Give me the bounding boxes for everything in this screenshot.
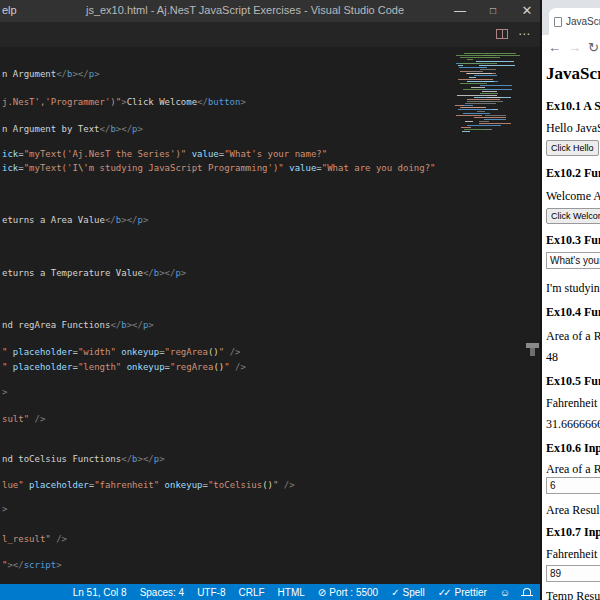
minimap[interactable] [452,53,528,135]
code-token: "What are you doing?" [322,163,436,173]
minimap-line [480,85,512,86]
code-line[interactable]: > [2,386,7,398]
status-item-spell[interactable]: ✓Spell [391,587,425,598]
code-token: m studying JavaScript Programming')" [89,163,284,173]
code-line[interactable]: ick="myText('Aj.NesT the Series')" value… [2,148,327,160]
code-token: nd toCelsius Functions [2,454,121,464]
code-token: </ [13,560,24,570]
code-line[interactable]: n Argument</b></p> [2,68,100,80]
minimap-line [480,93,498,94]
code-token: button [208,97,241,107]
status-bar: Ln 51, Col 8Spaces: 4UTF-8CRLFHTML⊘Port … [0,584,540,600]
page-input[interactable] [546,565,600,582]
code-token: > [138,124,143,134]
browser-page: JavaScript ExercisesEx10.1 A Simple Func… [542,60,600,600]
code-token: value [289,163,316,173]
code-token: ></ [116,124,132,134]
status-item-eol[interactable]: CRLF [238,587,264,598]
close-button[interactable]: ✕ [512,0,542,22]
code-line[interactable]: " placeholder="length" onkeyup="regArea(… [2,361,246,373]
minimap-line [484,119,506,120]
minimap-line [480,69,496,70]
maximize-button[interactable]: □ [478,0,508,22]
code-line[interactable]: ick="myText('I\'m studying JavaScript Pr… [2,162,436,174]
code-line[interactable]: eturns a Temperature Value</b></p> [2,267,186,279]
code-token: </ [105,215,116,225]
code-token: ></ [121,215,137,225]
code-token: sult" [2,414,29,424]
back-icon[interactable]: ← [548,40,561,55]
reload-icon[interactable]: ↻ [588,40,599,55]
section-heading: Ex10.3 Function with Argument by Text [546,233,600,248]
code-line[interactable]: sult" /> [2,413,45,425]
code-line[interactable]: > [2,503,7,515]
browser-tab[interactable]: JavaScript Exercises [549,8,600,35]
code-line[interactable]: l_result" /> [2,533,67,545]
code-token: onkeyup [127,362,165,372]
minimap-line [460,83,487,84]
code-token: () [213,362,224,372]
vscode-window: elp js_ex10.html - Aj.NesT JavaScript Ex… [0,0,540,600]
page-button[interactable]: Click Welcome [546,208,600,224]
status-item-live-server-port[interactable]: ⊘Port : 5500 [318,587,378,598]
code-token: "myText('I [24,163,78,173]
minimize-button[interactable]: — [445,0,475,22]
code-token: > [2,387,7,397]
status-item-notifications[interactable] [523,589,531,595]
page-input[interactable] [546,252,600,269]
minimap-line [465,103,496,104]
minimap-line [458,65,463,66]
page-button[interactable]: Click Hello [546,140,599,156]
code-token: ick [2,149,18,159]
minimap-line [467,101,493,102]
status-item-feedback[interactable]: ☺ [500,587,510,598]
overview-ruler-marker-stem [530,348,535,356]
page-title: JavaScript Exercises [546,64,600,84]
code-token: </ [56,69,67,79]
code-editor[interactable]: n Argument</b></p>j.NesT','Programmer')"… [0,47,540,584]
code-token: /> [230,362,246,372]
minimap-line [471,87,485,88]
section-heading: Ex10.5 Function Returns a Temperature Va… [546,374,600,389]
page-text: Fahrenheit to Celsius [546,396,600,411]
code-token: placeholder [13,362,73,372]
code-line[interactable]: " placeholder="width" onkeyup="regArea()… [2,346,240,358]
minimap-line [462,131,470,132]
minimap-line [456,115,482,116]
minimap-line [487,53,516,54]
code-token: > [2,504,7,514]
menu-help-partial[interactable]: elp [2,4,17,16]
code-token: > [159,454,164,464]
forward-icon[interactable]: → [568,40,581,55]
code-token: ></ [127,320,143,330]
status-item-prettier[interactable]: ✓✓Prettier [438,587,487,598]
code-line[interactable]: "></script> [2,559,62,571]
titlebar: elp js_ex10.html - Aj.NesT JavaScript Ex… [0,0,540,22]
code-line[interactable]: eturns a Area Value</b></p> [2,214,148,226]
minimap-line [474,75,497,76]
code-token: ></ [159,268,175,278]
more-actions-icon[interactable]: ⋯ [518,29,530,39]
code-token: () [262,480,273,490]
status-item-label: HTML [278,587,305,598]
status-item-encoding[interactable]: UTF-8 [197,587,225,598]
code-token: Click Welcome [127,97,197,107]
code-line[interactable]: j.NesT','Programmer')">Click Welcome</bu… [2,96,246,108]
code-line[interactable]: nd regArea Functions</b></p> [2,319,154,331]
code-line[interactable]: lue" placeholder="fahrenheit" onkeyup="t… [2,479,295,491]
code-token: /> [224,347,240,357]
minimap-line [469,77,476,78]
status-item-indentation[interactable]: Spaces: 4 [140,587,184,598]
code-token: value [192,149,219,159]
code-token: </ [100,124,111,134]
status-item-language-mode[interactable]: HTML [278,587,305,598]
code-line[interactable]: nd toCelsius Functions</b></p> [2,453,165,465]
page-input[interactable] [546,477,600,494]
status-item-cursor-position[interactable]: Ln 51, Col 8 [73,587,127,598]
split-editor-icon[interactable] [496,29,508,39]
code-token: l_result" [2,534,51,544]
minimap-line [461,127,471,128]
code-token: > [240,97,245,107]
code-token: lue" [2,480,24,490]
code-line[interactable]: n Argument by Text</b></p> [2,123,143,135]
